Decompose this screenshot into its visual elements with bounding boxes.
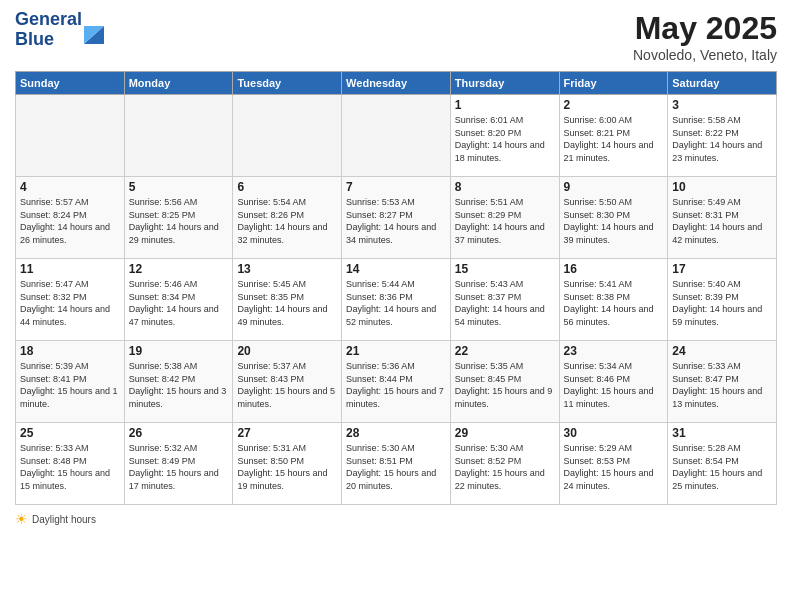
- day-number: 12: [129, 262, 229, 276]
- calendar-cell: 20Sunrise: 5:37 AMSunset: 8:43 PMDayligh…: [233, 341, 342, 423]
- logo: General Blue: [15, 10, 104, 50]
- day-info: Sunrise: 5:39 AMSunset: 8:41 PMDaylight:…: [20, 360, 120, 410]
- day-info: Sunrise: 5:33 AMSunset: 8:48 PMDaylight:…: [20, 442, 120, 492]
- calendar-cell: 5Sunrise: 5:56 AMSunset: 8:25 PMDaylight…: [124, 177, 233, 259]
- calendar-cell: 26Sunrise: 5:32 AMSunset: 8:49 PMDayligh…: [124, 423, 233, 505]
- logo-line2: Blue: [15, 30, 82, 50]
- calendar-cell: 28Sunrise: 5:30 AMSunset: 8:51 PMDayligh…: [342, 423, 451, 505]
- calendar-cell: 6Sunrise: 5:54 AMSunset: 8:26 PMDaylight…: [233, 177, 342, 259]
- day-info: Sunrise: 5:50 AMSunset: 8:30 PMDaylight:…: [564, 196, 664, 246]
- day-info: Sunrise: 5:46 AMSunset: 8:34 PMDaylight:…: [129, 278, 229, 328]
- page: General Blue May 2025 Novoledo, Veneto, …: [0, 0, 792, 612]
- calendar-cell: 22Sunrise: 5:35 AMSunset: 8:45 PMDayligh…: [450, 341, 559, 423]
- calendar-cell: 23Sunrise: 5:34 AMSunset: 8:46 PMDayligh…: [559, 341, 668, 423]
- week-row-5: 25Sunrise: 5:33 AMSunset: 8:48 PMDayligh…: [16, 423, 777, 505]
- calendar-cell: 13Sunrise: 5:45 AMSunset: 8:35 PMDayligh…: [233, 259, 342, 341]
- day-number: 14: [346, 262, 446, 276]
- day-info: Sunrise: 5:36 AMSunset: 8:44 PMDaylight:…: [346, 360, 446, 410]
- calendar-cell: 9Sunrise: 5:50 AMSunset: 8:30 PMDaylight…: [559, 177, 668, 259]
- calendar-cell: 25Sunrise: 5:33 AMSunset: 8:48 PMDayligh…: [16, 423, 125, 505]
- calendar-cell: [16, 95, 125, 177]
- logo-icon: [84, 16, 104, 44]
- calendar-header-wednesday: Wednesday: [342, 72, 451, 95]
- week-row-3: 11Sunrise: 5:47 AMSunset: 8:32 PMDayligh…: [16, 259, 777, 341]
- calendar-cell: 12Sunrise: 5:46 AMSunset: 8:34 PMDayligh…: [124, 259, 233, 341]
- calendar-header-friday: Friday: [559, 72, 668, 95]
- calendar-cell: 4Sunrise: 5:57 AMSunset: 8:24 PMDaylight…: [16, 177, 125, 259]
- calendar-cell: [233, 95, 342, 177]
- day-number: 19: [129, 344, 229, 358]
- day-info: Sunrise: 5:40 AMSunset: 8:39 PMDaylight:…: [672, 278, 772, 328]
- calendar-cell: 30Sunrise: 5:29 AMSunset: 8:53 PMDayligh…: [559, 423, 668, 505]
- day-number: 6: [237, 180, 337, 194]
- day-info: Sunrise: 5:58 AMSunset: 8:22 PMDaylight:…: [672, 114, 772, 164]
- day-info: Sunrise: 6:00 AMSunset: 8:21 PMDaylight:…: [564, 114, 664, 164]
- day-info: Sunrise: 5:43 AMSunset: 8:37 PMDaylight:…: [455, 278, 555, 328]
- calendar-cell: 10Sunrise: 5:49 AMSunset: 8:31 PMDayligh…: [668, 177, 777, 259]
- day-number: 1: [455, 98, 555, 112]
- week-row-4: 18Sunrise: 5:39 AMSunset: 8:41 PMDayligh…: [16, 341, 777, 423]
- day-info: Sunrise: 5:30 AMSunset: 8:52 PMDaylight:…: [455, 442, 555, 492]
- calendar-cell: 18Sunrise: 5:39 AMSunset: 8:41 PMDayligh…: [16, 341, 125, 423]
- calendar-cell: 17Sunrise: 5:40 AMSunset: 8:39 PMDayligh…: [668, 259, 777, 341]
- day-number: 28: [346, 426, 446, 440]
- calendar-cell: 1Sunrise: 6:01 AMSunset: 8:20 PMDaylight…: [450, 95, 559, 177]
- day-number: 22: [455, 344, 555, 358]
- day-number: 16: [564, 262, 664, 276]
- calendar-header-thursday: Thursday: [450, 72, 559, 95]
- day-number: 3: [672, 98, 772, 112]
- day-info: Sunrise: 5:33 AMSunset: 8:47 PMDaylight:…: [672, 360, 772, 410]
- calendar-header-row: SundayMondayTuesdayWednesdayThursdayFrid…: [16, 72, 777, 95]
- day-info: Sunrise: 5:56 AMSunset: 8:25 PMDaylight:…: [129, 196, 229, 246]
- calendar-cell: 15Sunrise: 5:43 AMSunset: 8:37 PMDayligh…: [450, 259, 559, 341]
- calendar-cell: 14Sunrise: 5:44 AMSunset: 8:36 PMDayligh…: [342, 259, 451, 341]
- calendar-cell: [342, 95, 451, 177]
- calendar-header-sunday: Sunday: [16, 72, 125, 95]
- day-info: Sunrise: 5:45 AMSunset: 8:35 PMDaylight:…: [237, 278, 337, 328]
- day-info: Sunrise: 5:41 AMSunset: 8:38 PMDaylight:…: [564, 278, 664, 328]
- day-number: 21: [346, 344, 446, 358]
- day-number: 23: [564, 344, 664, 358]
- day-info: Sunrise: 5:29 AMSunset: 8:53 PMDaylight:…: [564, 442, 664, 492]
- daylight-label: Daylight hours: [32, 514, 96, 525]
- day-number: 24: [672, 344, 772, 358]
- day-number: 15: [455, 262, 555, 276]
- sun-icon: ☀: [15, 511, 28, 527]
- header: General Blue May 2025 Novoledo, Veneto, …: [15, 10, 777, 63]
- day-number: 18: [20, 344, 120, 358]
- day-info: Sunrise: 5:53 AMSunset: 8:27 PMDaylight:…: [346, 196, 446, 246]
- calendar-cell: 21Sunrise: 5:36 AMSunset: 8:44 PMDayligh…: [342, 341, 451, 423]
- day-number: 5: [129, 180, 229, 194]
- location-title: Novoledo, Veneto, Italy: [633, 47, 777, 63]
- day-number: 4: [20, 180, 120, 194]
- day-info: Sunrise: 5:44 AMSunset: 8:36 PMDaylight:…: [346, 278, 446, 328]
- calendar-cell: 19Sunrise: 5:38 AMSunset: 8:42 PMDayligh…: [124, 341, 233, 423]
- day-number: 17: [672, 262, 772, 276]
- calendar-table: SundayMondayTuesdayWednesdayThursdayFrid…: [15, 71, 777, 505]
- day-info: Sunrise: 5:49 AMSunset: 8:31 PMDaylight:…: [672, 196, 772, 246]
- day-number: 11: [20, 262, 120, 276]
- day-number: 27: [237, 426, 337, 440]
- day-number: 29: [455, 426, 555, 440]
- day-info: Sunrise: 5:31 AMSunset: 8:50 PMDaylight:…: [237, 442, 337, 492]
- day-info: Sunrise: 5:37 AMSunset: 8:43 PMDaylight:…: [237, 360, 337, 410]
- day-info: Sunrise: 5:35 AMSunset: 8:45 PMDaylight:…: [455, 360, 555, 410]
- day-info: Sunrise: 5:51 AMSunset: 8:29 PMDaylight:…: [455, 196, 555, 246]
- day-info: Sunrise: 6:01 AMSunset: 8:20 PMDaylight:…: [455, 114, 555, 164]
- calendar-cell: 31Sunrise: 5:28 AMSunset: 8:54 PMDayligh…: [668, 423, 777, 505]
- month-title: May 2025: [633, 10, 777, 47]
- footer: ☀ Daylight hours: [15, 511, 777, 527]
- day-number: 13: [237, 262, 337, 276]
- week-row-1: 1Sunrise: 6:01 AMSunset: 8:20 PMDaylight…: [16, 95, 777, 177]
- calendar-cell: 11Sunrise: 5:47 AMSunset: 8:32 PMDayligh…: [16, 259, 125, 341]
- day-number: 26: [129, 426, 229, 440]
- calendar-cell: 3Sunrise: 5:58 AMSunset: 8:22 PMDaylight…: [668, 95, 777, 177]
- title-block: May 2025 Novoledo, Veneto, Italy: [633, 10, 777, 63]
- day-info: Sunrise: 5:54 AMSunset: 8:26 PMDaylight:…: [237, 196, 337, 246]
- day-info: Sunrise: 5:47 AMSunset: 8:32 PMDaylight:…: [20, 278, 120, 328]
- calendar-header-monday: Monday: [124, 72, 233, 95]
- week-row-2: 4Sunrise: 5:57 AMSunset: 8:24 PMDaylight…: [16, 177, 777, 259]
- day-info: Sunrise: 5:34 AMSunset: 8:46 PMDaylight:…: [564, 360, 664, 410]
- calendar-cell: 7Sunrise: 5:53 AMSunset: 8:27 PMDaylight…: [342, 177, 451, 259]
- day-number: 9: [564, 180, 664, 194]
